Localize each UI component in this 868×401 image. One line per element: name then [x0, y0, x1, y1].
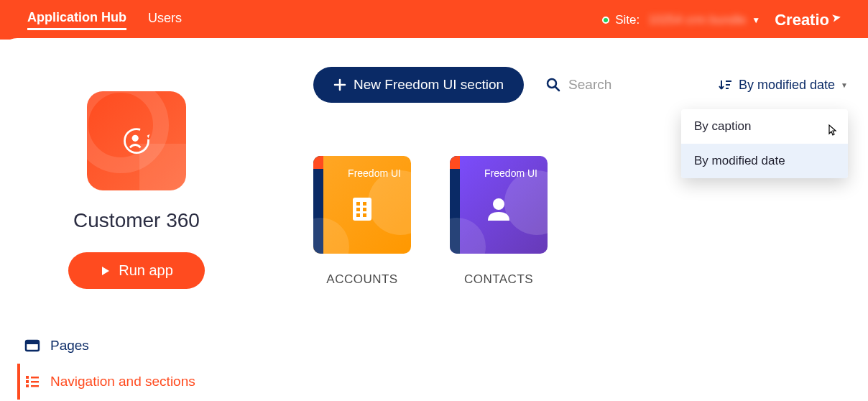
- search-input[interactable]: Search: [545, 77, 611, 93]
- sort-icon: [719, 78, 733, 92]
- plus-icon: [333, 78, 346, 91]
- svg-rect-7: [31, 381, 39, 383]
- dropdown-label: By caption: [694, 119, 751, 133]
- left-panel: Customer 360 Run app Pages Navigation an…: [0, 38, 273, 400]
- topbar-tabs: Application Hub Users: [27, 10, 182, 30]
- topbar-right: Site: 10254 crm bundle ▼ Creatio ➤: [602, 11, 841, 29]
- pages-icon: [24, 338, 40, 354]
- menu-label: Pages: [50, 338, 89, 354]
- site-label: Site:: [615, 13, 640, 27]
- card-label: CONTACTS: [450, 272, 548, 287]
- play-icon: [100, 265, 111, 277]
- new-section-label: New Freedom UI section: [354, 77, 504, 93]
- top-bar: Application Hub Users Site: 10254 crm bu…: [0, 0, 868, 40]
- svg-rect-17: [363, 213, 366, 217]
- card-accounts[interactable]: Freedom UI ACCOUNTS: [313, 156, 411, 287]
- card-badge: Freedom UI: [484, 167, 537, 179]
- sort-label: By modified date: [739, 78, 835, 93]
- cursor-icon: [825, 124, 838, 142]
- card-badge: Freedom UI: [348, 167, 401, 179]
- run-app-label: Run app: [119, 262, 173, 279]
- new-section-button[interactable]: New Freedom UI section: [313, 67, 524, 103]
- menu-item-pages[interactable]: Pages: [17, 328, 262, 364]
- tab-application-hub[interactable]: Application Hub: [27, 10, 126, 30]
- chevron-down-icon: ▼: [841, 81, 848, 89]
- dropdown-label: By modified date: [694, 154, 785, 167]
- dropdown-option-modified-date[interactable]: By modified date: [681, 144, 848, 178]
- svg-rect-4: [26, 376, 29, 379]
- sort-dropdown-trigger[interactable]: By modified date ▼ By caption By modifie…: [719, 78, 848, 93]
- sections-icon: [24, 374, 40, 390]
- svg-rect-12: [356, 202, 360, 206]
- menu-item-navigation[interactable]: Navigation and sections: [17, 364, 262, 400]
- menu-label: Navigation and sections: [50, 374, 195, 390]
- side-menu: Pages Navigation and sections: [17, 328, 262, 400]
- sort-dropdown: By caption By modified date: [681, 109, 848, 178]
- svg-rect-3: [26, 341, 39, 344]
- dropdown-option-caption[interactable]: By caption: [681, 109, 848, 144]
- svg-rect-15: [363, 208, 366, 211]
- svg-rect-16: [356, 213, 360, 217]
- app-title: Customer 360: [73, 209, 200, 232]
- chevron-down-icon: ▼: [752, 15, 760, 25]
- svg-rect-6: [26, 380, 29, 383]
- run-app-button[interactable]: Run app: [68, 252, 205, 289]
- main-panel: New Freedom UI section Search By modifie…: [273, 38, 868, 400]
- svg-rect-8: [26, 384, 29, 387]
- svg-rect-13: [363, 202, 366, 206]
- svg-rect-9: [31, 385, 39, 387]
- site-selector[interactable]: Site: 10254 crm bundle ▼: [602, 13, 760, 27]
- svg-rect-5: [31, 377, 39, 379]
- search-placeholder: Search: [568, 77, 611, 93]
- app-icon: [87, 91, 186, 190]
- customer-360-icon: [121, 125, 152, 157]
- card-label: ACCOUNTS: [313, 272, 411, 287]
- card-contacts[interactable]: Freedom UI CONTACTS: [450, 156, 548, 287]
- svg-point-18: [493, 198, 504, 210]
- main-toolbar: New Freedom UI section Search By modifie…: [313, 67, 848, 103]
- search-icon: [545, 77, 561, 93]
- site-value: 10254 crm bundle: [648, 13, 746, 27]
- logo-arrow-icon: ➤: [831, 11, 842, 24]
- logo: Creatio ➤: [775, 11, 841, 29]
- logo-text: Creatio: [775, 11, 829, 29]
- svg-rect-14: [356, 208, 360, 211]
- svg-point-1: [132, 135, 139, 142]
- tab-users[interactable]: Users: [148, 11, 182, 29]
- status-dot-icon: [602, 17, 609, 24]
